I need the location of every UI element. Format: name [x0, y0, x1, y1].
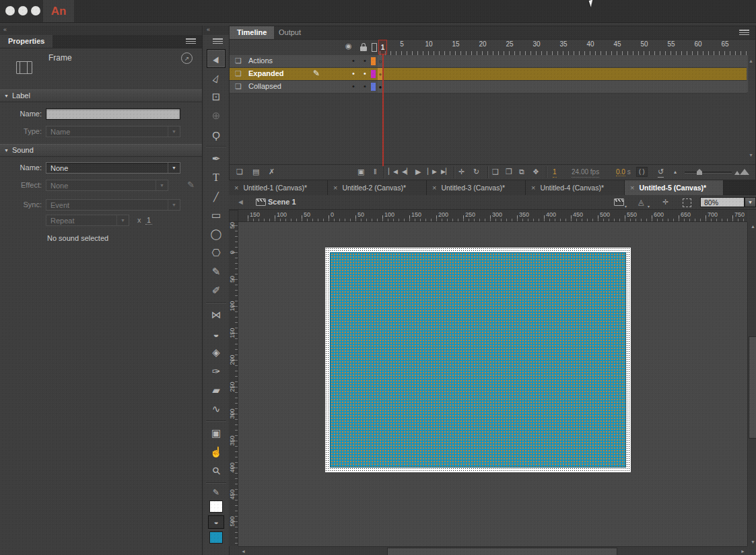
pasteboard[interactable]	[238, 222, 747, 546]
tool-free-transform[interactable]: ⊡	[207, 88, 225, 106]
layer-outline-color-swatch[interactable]	[371, 57, 376, 65]
tool-text[interactable]: T	[207, 169, 225, 186]
tools-panel-menu-icon[interactable]	[213, 38, 224, 45]
tool-pen[interactable]: ✒	[207, 150, 225, 168]
delete-layer-button[interactable]: ✗	[269, 167, 275, 177]
tool-rectangle[interactable]: ▭	[207, 207, 225, 224]
stroke-color-swatch[interactable]	[209, 501, 223, 513]
timeline-zoom-slider[interactable]	[685, 172, 732, 174]
layer-name-area[interactable]: ❏Collapsed••	[230, 81, 378, 93]
properties-collapse-button[interactable]: «	[0, 26, 202, 35]
timeline-layer-row[interactable]: ❏Expanded✎••●	[230, 68, 747, 81]
edit-multiple-frames-button[interactable]: ⧉	[519, 167, 524, 177]
timeline-frame-number[interactable]: 40	[582, 40, 598, 48]
tool-subselection[interactable]: ▻	[207, 69, 225, 87]
tool-zoom[interactable]: ⚲	[207, 462, 225, 480]
edit-sound-envelope-icon[interactable]: ✎	[187, 180, 195, 190]
timeline-frame-number[interactable]: 55	[663, 40, 679, 48]
tool-polystar[interactable]: ⎔	[207, 244, 225, 262]
timeline-frame-number[interactable]: 15	[448, 40, 464, 48]
layer-outline-color-swatch[interactable]	[371, 83, 376, 91]
fill-color-bucket-icon[interactable]: ◒	[208, 515, 224, 529]
tool-selection[interactable]: ►	[207, 49, 226, 68]
frame-help-icon[interactable]: ↗	[181, 52, 193, 64]
edit-symbols-button[interactable]: ◬	[638, 198, 644, 207]
scroll-up-icon[interactable]: ▲	[751, 224, 755, 229]
sound-section-header[interactable]: ▼Sound	[0, 144, 202, 157]
new-folder-button[interactable]: ▤	[252, 167, 259, 177]
stage-selected-stroke[interactable]	[325, 248, 631, 472]
center-stage-button[interactable]: ✛	[662, 198, 668, 207]
timeline-frame-number[interactable]: 5	[394, 40, 410, 48]
reset-timeline-zoom-button[interactable]: ↺	[658, 167, 664, 178]
tool-pencil[interactable]: ✎	[207, 263, 225, 281]
layer-visibility-dot[interactable]: •	[352, 82, 355, 90]
timeline-frame-number[interactable]: 10	[421, 40, 437, 48]
label-section-header[interactable]: ▼Label	[0, 89, 202, 102]
tool-camera[interactable]: ▣	[207, 424, 225, 442]
document-tab[interactable]: ×Untitled-1 (Canvas)*	[229, 180, 328, 195]
document-tab[interactable]: ×Untitled-2 (Canvas)*	[328, 180, 427, 195]
close-icon[interactable]: ×	[234, 184, 238, 192]
timeline-frame-number[interactable]: 20	[475, 40, 491, 48]
properties-panel-menu-icon[interactable]	[186, 38, 197, 45]
timeline-panel-menu-icon[interactable]	[739, 29, 750, 36]
scroll-right-icon[interactable]: ►	[741, 549, 745, 554]
timeline-scroll-up-icon[interactable]: ▲	[749, 59, 753, 63]
layer-lock-dot[interactable]: •	[364, 69, 366, 77]
layer-name-area[interactable]: ❏Actions••	[230, 55, 378, 67]
timeline-scroll-down-icon[interactable]: ▼	[749, 153, 753, 157]
close-icon[interactable]: ×	[432, 184, 436, 192]
tool-lasso[interactable]: Ϙ	[207, 126, 225, 143]
close-icon[interactable]: ×	[630, 184, 634, 192]
new-layer-button[interactable]: ❏	[236, 167, 243, 177]
stage-selected-fill[interactable]	[330, 252, 626, 468]
layer-outline-color-swatch[interactable]	[371, 70, 376, 78]
elapsed-time-display[interactable]: 0.0 s	[616, 167, 631, 177]
window-zoom-button[interactable]	[31, 6, 40, 15]
play-button[interactable]: ▶	[415, 167, 421, 177]
tool-hand[interactable]: ☝	[207, 443, 225, 461]
tool-width[interactable]: ∿	[207, 400, 225, 418]
frame-span-toggle-button[interactable]: ( )	[636, 167, 648, 177]
scroll-down-icon[interactable]: ▼	[751, 540, 755, 544]
onion-skin-button[interactable]: ❑	[492, 167, 499, 177]
frame-rate-display[interactable]: 24.00 fps	[572, 167, 599, 178]
vertical-scrollbar[interactable]: ▲ ▼	[747, 222, 756, 546]
tab-properties[interactable]: Properties	[0, 35, 53, 48]
tab-timeline[interactable]: Timeline	[230, 26, 274, 39]
tool-eyedropper[interactable]: ✑	[207, 363, 225, 380]
layer-lock-dot[interactable]: •	[364, 82, 366, 90]
back-arrow-icon[interactable]: ◄	[237, 198, 244, 206]
onion-skin-outlines-button[interactable]: ❒	[506, 167, 512, 177]
add-camera-button[interactable]: ▣	[357, 167, 364, 177]
playhead-frame-number[interactable]: 1	[378, 40, 387, 54]
sound-sync-dropdown[interactable]: Event ▼	[46, 199, 180, 211]
tool-brush[interactable]: ✐	[207, 282, 225, 299]
close-icon[interactable]: ×	[531, 184, 535, 192]
timeline-frame-number[interactable]: 45	[609, 40, 625, 48]
layer-name-area[interactable]: ❏Expanded✎••	[230, 68, 378, 80]
layer-name[interactable]: Expanded	[248, 69, 284, 77]
clip-content-button[interactable]	[683, 198, 691, 207]
timeline-frame-number[interactable]: 25	[502, 40, 518, 48]
go-to-first-frame-button[interactable]: ▏◀	[388, 167, 398, 177]
zoom-out-timeline-icon[interactable]: ▴	[674, 167, 677, 177]
tools-collapse-button[interactable]: «	[203, 26, 229, 35]
sound-name-dropdown[interactable]: None ▼	[46, 162, 180, 174]
stage-zoom-input[interactable]: 80%	[700, 197, 745, 207]
stroke-color-pencil-icon[interactable]: ✎	[207, 486, 225, 498]
layer-lock-dot[interactable]: •	[364, 57, 366, 65]
timeline-zoom-slider-thumb[interactable]	[697, 169, 702, 175]
tool-bone[interactable]: ⋈	[207, 306, 225, 324]
timeline-layer-row[interactable]: ❏Collapsed••●	[230, 81, 747, 94]
center-frame-button[interactable]: ✛	[458, 167, 465, 177]
tool-paint-bucket[interactable]: ◒	[207, 325, 225, 342]
document-tab[interactable]: ×Untitled-4 (Canvas)*	[526, 180, 625, 195]
repeat-count-value[interactable]: 1	[145, 216, 152, 225]
close-icon[interactable]: ×	[333, 184, 337, 192]
layer-depth-button[interactable]: ‖	[374, 167, 377, 177]
loop-playback-button[interactable]: ↻	[473, 167, 479, 177]
document-tab[interactable]: ×Untitled-5 (Canvas)*	[625, 180, 724, 195]
go-to-last-frame-button[interactable]: ▶▏	[441, 167, 450, 177]
